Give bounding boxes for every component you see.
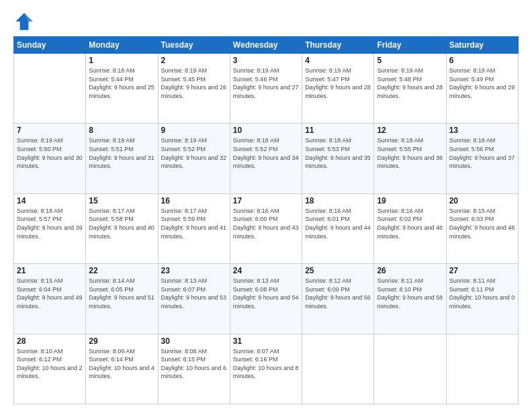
day-number: 8 <box>89 126 154 135</box>
calendar-cell: 29Sunrise: 8:09 AMSunset: 6:14 PMDayligh… <box>86 334 158 404</box>
calendar-cell: 10Sunrise: 8:18 AMSunset: 5:52 PMDayligh… <box>230 124 302 193</box>
day-info: Sunrise: 8:19 AMSunset: 5:52 PMDaylight:… <box>161 137 227 169</box>
day-number: 20 <box>449 196 515 205</box>
day-number: 1 <box>89 56 154 65</box>
day-number: 13 <box>449 126 515 135</box>
calendar-cell: 7Sunrise: 8:19 AMSunset: 5:50 PMDaylight… <box>14 124 86 193</box>
calendar-cell: 30Sunrise: 8:08 AMSunset: 6:15 PMDayligh… <box>158 334 230 404</box>
day-number: 24 <box>233 266 299 275</box>
calendar-cell: 4Sunrise: 8:19 AMSunset: 5:47 PMDaylight… <box>302 54 374 124</box>
calendar-cell: 11Sunrise: 8:18 AMSunset: 5:53 PMDayligh… <box>302 124 374 193</box>
day-number: 10 <box>233 126 299 135</box>
col-header-monday: Monday <box>86 37 158 54</box>
col-header-thursday: Thursday <box>302 37 374 54</box>
day-info: Sunrise: 8:11 AMSunset: 6:10 PMDaylight:… <box>377 277 443 310</box>
day-number: 23 <box>161 266 227 275</box>
day-number: 3 <box>233 56 299 65</box>
calendar-cell: 25Sunrise: 8:12 AMSunset: 6:09 PMDayligh… <box>302 264 374 334</box>
calendar-cell: 27Sunrise: 8:11 AMSunset: 6:11 PMDayligh… <box>446 264 518 334</box>
calendar-cell <box>302 334 374 404</box>
col-header-saturday: Saturday <box>446 37 518 54</box>
day-info: Sunrise: 8:17 AMSunset: 5:58 PMDaylight:… <box>89 208 154 240</box>
day-info: Sunrise: 8:18 AMSunset: 5:57 PMDaylight:… <box>17 208 83 240</box>
col-header-sunday: Sunday <box>14 37 86 54</box>
calendar-cell: 16Sunrise: 8:17 AMSunset: 5:59 PMDayligh… <box>158 193 230 263</box>
calendar-cell: 28Sunrise: 8:10 AMSunset: 6:12 PMDayligh… <box>14 334 86 404</box>
day-number: 7 <box>17 126 83 135</box>
day-number: 16 <box>161 196 227 205</box>
day-info: Sunrise: 8:18 AMSunset: 5:52 PMDaylight:… <box>233 137 299 169</box>
day-info: Sunrise: 8:13 AMSunset: 6:07 PMDaylight:… <box>161 277 227 310</box>
day-info: Sunrise: 8:19 AMSunset: 5:46 PMDaylight:… <box>233 67 299 99</box>
calendar-week-row: 14Sunrise: 8:18 AMSunset: 5:57 PMDayligh… <box>14 193 519 263</box>
page: SundayMondayTuesdayWednesdayThursdayFrid… <box>0 0 532 411</box>
calendar-cell: 18Sunrise: 8:16 AMSunset: 6:01 PMDayligh… <box>302 193 374 263</box>
day-number: 18 <box>305 196 371 205</box>
header <box>13 11 519 32</box>
calendar-cell: 26Sunrise: 8:11 AMSunset: 6:10 PMDayligh… <box>374 264 446 334</box>
day-number: 21 <box>17 266 83 275</box>
calendar-cell: 8Sunrise: 8:19 AMSunset: 5:51 PMDaylight… <box>86 124 158 193</box>
col-header-wednesday: Wednesday <box>230 37 302 54</box>
calendar-week-row: 21Sunrise: 8:15 AMSunset: 6:04 PMDayligh… <box>14 264 519 334</box>
calendar-week-row: 28Sunrise: 8:10 AMSunset: 6:12 PMDayligh… <box>14 334 519 404</box>
day-info: Sunrise: 8:11 AMSunset: 6:11 PMDaylight:… <box>449 277 515 310</box>
day-number: 28 <box>17 336 83 346</box>
day-number: 31 <box>233 336 299 346</box>
calendar-cell: 21Sunrise: 8:15 AMSunset: 6:04 PMDayligh… <box>14 264 86 334</box>
logo <box>13 11 38 32</box>
day-number: 15 <box>89 196 154 205</box>
calendar-cell: 23Sunrise: 8:13 AMSunset: 6:07 PMDayligh… <box>158 264 230 334</box>
calendar-cell: 24Sunrise: 8:13 AMSunset: 6:08 PMDayligh… <box>230 264 302 334</box>
day-info: Sunrise: 8:18 AMSunset: 5:44 PMDaylight:… <box>89 67 154 99</box>
day-number: 14 <box>17 196 83 205</box>
day-info: Sunrise: 8:10 AMSunset: 6:12 PMDaylight:… <box>17 348 83 380</box>
day-info: Sunrise: 8:17 AMSunset: 5:59 PMDaylight:… <box>161 208 227 240</box>
calendar-cell: 19Sunrise: 8:16 AMSunset: 6:02 PMDayligh… <box>374 193 446 263</box>
calendar-cell: 3Sunrise: 8:19 AMSunset: 5:46 PMDaylight… <box>230 54 302 124</box>
day-number: 5 <box>377 56 443 65</box>
day-number: 12 <box>377 126 443 135</box>
day-info: Sunrise: 8:14 AMSunset: 6:05 PMDaylight:… <box>89 277 154 310</box>
calendar-cell: 1Sunrise: 8:18 AMSunset: 5:44 PMDaylight… <box>86 54 158 124</box>
day-number: 25 <box>305 266 371 275</box>
day-info: Sunrise: 8:19 AMSunset: 5:45 PMDaylight:… <box>161 67 227 99</box>
day-info: Sunrise: 8:16 AMSunset: 6:00 PMDaylight:… <box>233 208 299 240</box>
day-number: 6 <box>449 56 515 65</box>
day-number: 29 <box>89 336 154 346</box>
calendar-cell: 13Sunrise: 8:18 AMSunset: 5:56 PMDayligh… <box>446 124 518 193</box>
day-number: 30 <box>161 336 227 346</box>
day-info: Sunrise: 8:19 AMSunset: 5:51 PMDaylight:… <box>89 137 154 169</box>
day-info: Sunrise: 8:15 AMSunset: 6:04 PMDaylight:… <box>17 277 83 310</box>
day-info: Sunrise: 8:18 AMSunset: 5:53 PMDaylight:… <box>305 137 371 169</box>
day-number: 2 <box>161 56 227 65</box>
calendar-cell: 17Sunrise: 8:16 AMSunset: 6:00 PMDayligh… <box>230 193 302 263</box>
day-info: Sunrise: 8:13 AMSunset: 6:08 PMDaylight:… <box>233 277 299 310</box>
calendar-cell: 31Sunrise: 8:07 AMSunset: 6:16 PMDayligh… <box>230 334 302 404</box>
day-info: Sunrise: 8:19 AMSunset: 5:50 PMDaylight:… <box>17 137 83 169</box>
day-info: Sunrise: 8:08 AMSunset: 6:15 PMDaylight:… <box>161 348 227 380</box>
calendar-cell <box>446 334 518 404</box>
day-info: Sunrise: 8:19 AMSunset: 5:49 PMDaylight:… <box>449 67 515 99</box>
day-info: Sunrise: 8:12 AMSunset: 6:09 PMDaylight:… <box>305 277 371 310</box>
day-info: Sunrise: 8:19 AMSunset: 5:47 PMDaylight:… <box>305 67 371 99</box>
calendar-header-row: SundayMondayTuesdayWednesdayThursdayFrid… <box>14 37 519 54</box>
day-number: 26 <box>377 266 443 275</box>
calendar-cell: 12Sunrise: 8:18 AMSunset: 5:55 PMDayligh… <box>374 124 446 193</box>
calendar-cell: 22Sunrise: 8:14 AMSunset: 6:05 PMDayligh… <box>86 264 158 334</box>
day-number: 9 <box>161 126 227 135</box>
calendar-cell <box>374 334 446 404</box>
day-info: Sunrise: 8:18 AMSunset: 5:56 PMDaylight:… <box>449 137 515 169</box>
calendar-cell: 15Sunrise: 8:17 AMSunset: 5:58 PMDayligh… <box>86 193 158 263</box>
col-header-tuesday: Tuesday <box>158 37 230 54</box>
day-number: 19 <box>377 196 443 205</box>
day-info: Sunrise: 8:16 AMSunset: 6:02 PMDaylight:… <box>377 208 443 240</box>
col-header-friday: Friday <box>374 37 446 54</box>
day-info: Sunrise: 8:16 AMSunset: 6:01 PMDaylight:… <box>305 208 371 240</box>
calendar-cell: 6Sunrise: 8:19 AMSunset: 5:49 PMDaylight… <box>446 54 518 124</box>
calendar-cell <box>14 54 86 124</box>
day-number: 27 <box>449 266 515 275</box>
calendar-week-row: 7Sunrise: 8:19 AMSunset: 5:50 PMDaylight… <box>14 124 519 193</box>
day-info: Sunrise: 8:09 AMSunset: 6:14 PMDaylight:… <box>89 348 154 380</box>
calendar-cell: 14Sunrise: 8:18 AMSunset: 5:57 PMDayligh… <box>14 193 86 263</box>
